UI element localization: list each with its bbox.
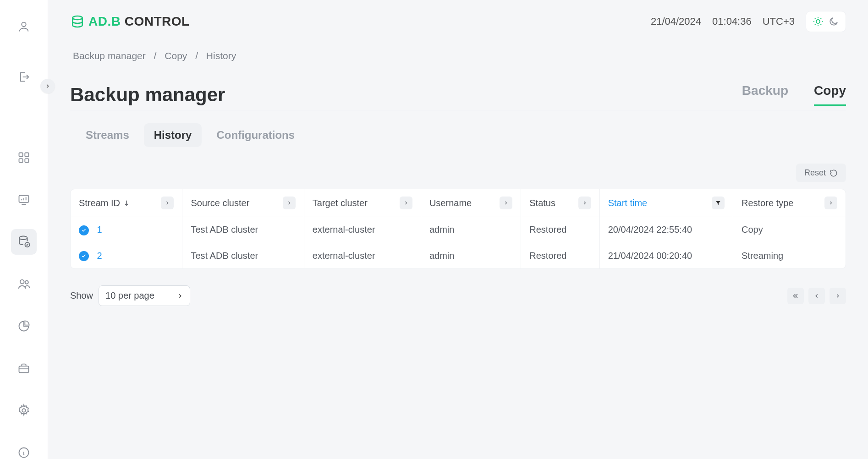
sidebar (0, 0, 48, 459)
sidebar-settings[interactable] (11, 398, 37, 423)
header-date: 21/04/2024 (651, 16, 701, 27)
cell-status: Restored (521, 217, 599, 243)
sidebar-info[interactable] (11, 440, 37, 459)
chevron-left-icon (813, 293, 820, 299)
sidebar-logout[interactable] (11, 64, 37, 90)
col-source-expand[interactable] (283, 197, 296, 209)
cell-source: Test ADB cluster (182, 243, 304, 269)
cell-type: Copy (733, 217, 846, 243)
show-label: Show (70, 290, 93, 301)
pager-prev[interactable] (808, 288, 825, 304)
table-row: 1 Test ADB cluster external-cluster admi… (71, 217, 846, 243)
cell-start: 21/04/2024 00:20:40 (600, 243, 733, 269)
chevron-right-icon (403, 200, 409, 206)
sidebar-users[interactable] (11, 271, 37, 297)
chevron-right-icon (828, 200, 834, 206)
check-icon (81, 228, 87, 233)
col-restore-expand[interactable] (824, 197, 837, 209)
header-time: 01:04:36 (712, 16, 752, 27)
tab-copy[interactable]: Copy (814, 83, 846, 106)
database-check-icon (17, 235, 31, 249)
main-content: AD.B CONTROL 21/04/2024 01:04:36 UTC+3 B… (48, 0, 868, 459)
user-icon (17, 20, 30, 33)
chevron-right-icon (835, 293, 841, 299)
col-source-cluster[interactable]: Source cluster (182, 189, 304, 217)
monitor-chart-icon (17, 193, 30, 206)
cell-user: admin (421, 243, 521, 269)
svg-point-14 (816, 20, 820, 23)
col-username-expand[interactable] (500, 197, 512, 209)
col-stream-id-expand[interactable] (161, 197, 174, 209)
cell-start: 20/04/2024 22:55:40 (600, 217, 733, 243)
col-target-expand[interactable] (400, 197, 412, 209)
svg-point-6 (19, 236, 27, 240)
status-dot (79, 251, 89, 261)
svg-point-11 (22, 409, 26, 412)
sidebar-dashboard[interactable] (11, 145, 37, 170)
chevron-right-icon (44, 83, 51, 89)
sidebar-backup-manager[interactable] (11, 229, 37, 255)
page-title: Backup manager (70, 84, 225, 106)
logo-text: AD.B CONTROL (88, 14, 190, 29)
sun-icon (813, 16, 824, 27)
filter-icon (715, 200, 721, 206)
svg-point-0 (22, 22, 26, 27)
reset-label: Reset (804, 168, 826, 178)
svg-rect-4 (25, 158, 28, 162)
cell-user: admin (421, 217, 521, 243)
cell-target: external-cluster (304, 243, 421, 269)
svg-rect-2 (25, 153, 28, 157)
subtab-history[interactable]: History (144, 123, 202, 147)
sidebar-toggle[interactable] (40, 79, 55, 93)
top-tabs: Backup Copy (742, 83, 846, 106)
chevron-right-icon (165, 200, 170, 206)
pager-first[interactable] (787, 288, 804, 304)
grid-icon (17, 151, 30, 164)
chevron-double-left-icon (792, 292, 799, 300)
svg-rect-3 (19, 158, 23, 162)
pie-chart-icon (17, 320, 30, 333)
col-target-cluster[interactable]: Target cluster (304, 189, 421, 217)
sidebar-reports[interactable] (11, 313, 37, 339)
col-start-time[interactable]: Start time (600, 189, 733, 217)
sidebar-monitor[interactable] (11, 187, 37, 213)
table-row: 2 Test ADB cluster external-cluster admi… (71, 243, 846, 269)
svg-point-13 (72, 16, 82, 20)
svg-point-9 (25, 281, 28, 284)
check-icon (81, 253, 87, 259)
breadcrumb-a[interactable]: Backup manager (73, 50, 146, 61)
cell-status: Restored (521, 243, 599, 269)
svg-rect-1 (19, 153, 23, 157)
col-start-time-filter[interactable] (712, 197, 725, 209)
stream-link[interactable]: 1 (97, 224, 102, 235)
chevron-right-icon (177, 293, 183, 299)
header: AD.B CONTROL 21/04/2024 01:04:36 UTC+3 (70, 11, 846, 32)
sidebar-user[interactable] (11, 14, 37, 39)
col-username[interactable]: Username (421, 189, 521, 217)
col-status[interactable]: Status (521, 189, 599, 217)
users-icon (17, 277, 31, 291)
col-stream-id[interactable]: Stream ID (71, 189, 182, 217)
refresh-icon (830, 169, 838, 177)
logo-icon (70, 14, 85, 29)
breadcrumb-c[interactable]: History (206, 50, 236, 61)
stream-link[interactable]: 2 (97, 251, 102, 261)
subtab-configurations[interactable]: Configurations (206, 123, 305, 147)
gear-icon (17, 404, 31, 417)
col-status-expand[interactable] (578, 197, 591, 209)
cell-source: Test ADB cluster (182, 217, 304, 243)
theme-switcher[interactable] (806, 11, 846, 32)
moon-icon (828, 16, 839, 27)
subtab-streams[interactable]: Streams (76, 123, 139, 147)
col-restore-type[interactable]: Restore type (733, 189, 846, 217)
pager-next[interactable] (830, 288, 846, 304)
status-dot (79, 225, 89, 235)
breadcrumb-b[interactable]: Copy (165, 50, 187, 61)
tab-backup[interactable]: Backup (742, 83, 788, 106)
sidebar-jobs[interactable] (11, 355, 37, 381)
cell-type: Streaming (733, 243, 846, 269)
arrow-down-icon (123, 199, 130, 207)
logout-icon (17, 71, 30, 83)
per-page-select[interactable]: 10 per page (99, 285, 190, 306)
reset-button[interactable]: Reset (796, 164, 846, 182)
